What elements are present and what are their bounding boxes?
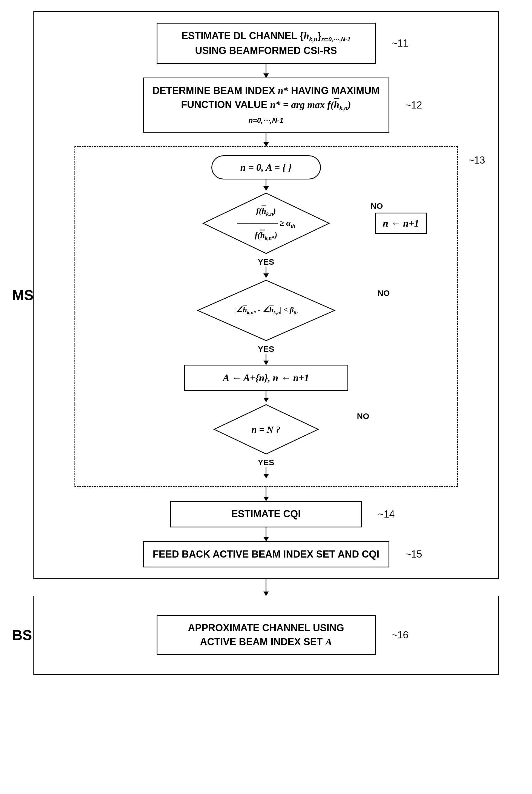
diamond1-row: f(hk,n) ─────── ≥ αth f(hk,n*) NO [89, 190, 443, 256]
arrow-action-d3 [266, 391, 266, 402]
action1-text: A ← A+{n}, n ← n+1 [223, 372, 309, 383]
diamond2-row: |∠hk,n* - ∠hk,n| ≤ βth NO [89, 278, 443, 343]
d2-no-label: NO [378, 289, 390, 298]
loop-inner: n = 0, A = { } [89, 155, 443, 478]
arrow-ms-bs [266, 579, 266, 596]
init-block: n = 0, A = { } [211, 155, 321, 180]
block16-container: APPROXIMATE CHANNEL USING ACTIVE BEAM IN… [157, 615, 376, 655]
n-plus1-text: n ← n+1 [383, 218, 419, 229]
diamond3: n = N ? [211, 402, 321, 457]
diamond3-row: n = N ? NO [89, 402, 443, 457]
arrow-d2-action [266, 354, 266, 365]
block15-container: FEED BACK ACTIVE BEAM INDEX SET AND CQI … [143, 541, 390, 568]
diamond2: |∠hk,n* - ∠hk,n| ≤ βth [195, 278, 337, 343]
d1-no-label: NO [371, 201, 383, 211]
after-d1: YES [89, 256, 443, 278]
arrow-d3-out [266, 467, 266, 478]
diamond3-text: n = N ? [238, 423, 294, 436]
bs-section: BS APPROXIMATE CHANNEL USING ACTIVE BEAM… [33, 596, 499, 675]
after-d3: YES [89, 457, 443, 478]
n-plus1-box: n ← n+1 [375, 213, 427, 234]
block12-container: DETERMINE BEAM INDEX n* HAVING MAXIMUM F… [143, 77, 390, 133]
block14-container: ESTIMATE CQI ~14 [170, 501, 362, 527]
block14-text: ESTIMATE CQI [231, 508, 301, 519]
ref-15: ~15 [405, 549, 422, 560]
block11-container: ESTIMATE DL CHANNEL {hk,n}n=0,⋯,N-1 USIN… [157, 23, 376, 64]
block15: FEED BACK ACTIVE BEAM INDEX SET AND CQI [143, 541, 390, 568]
d3-yes-label: YES [258, 458, 274, 467]
diamond2-text: |∠hk,n* - ∠hk,n| ≤ βth [215, 305, 317, 316]
ms-section: MS ESTIMATE DL CHANNEL {hk,n}n=0,⋯,N-1 U… [33, 11, 499, 579]
action1-block: A ← A+{n}, n ← n+1 [184, 365, 348, 391]
diamond1: f(hk,n) ─────── ≥ αth f(hk,n*) [201, 190, 332, 256]
arrow-14-15 [266, 528, 266, 541]
loop-section: n = 0, A = { } [75, 146, 458, 487]
block11: ESTIMATE DL CHANNEL {hk,n}n=0,⋯,N-1 USIN… [157, 23, 376, 64]
bs-diagram: APPROXIMATE CHANNEL USING ACTIVE BEAM IN… [75, 607, 458, 663]
ref-14: ~14 [378, 509, 395, 520]
action1-container: A ← A+{n}, n ← n+1 [184, 365, 348, 391]
ref-16: ~16 [392, 629, 408, 641]
diamond1-text: f(hk,n) ─────── ≥ αth f(hk,n*) [221, 205, 311, 242]
page: MS ESTIMATE DL CHANNEL {hk,n}n=0,⋯,N-1 U… [33, 11, 499, 675]
block16: APPROXIMATE CHANNEL USING ACTIVE BEAM IN… [157, 615, 376, 655]
inter-section-arrow [33, 579, 499, 596]
after-d2: YES [89, 343, 443, 365]
init-label: n = 0, A = { } [241, 162, 292, 173]
ref-12: ~12 [405, 99, 422, 111]
block12: DETERMINE BEAM INDEX n* HAVING MAXIMUM F… [143, 77, 390, 133]
arrow-d1-d2 [266, 266, 266, 278]
block15-text: FEED BACK ACTIVE BEAM INDEX SET AND CQI [153, 549, 379, 560]
block14: ESTIMATE CQI [170, 501, 362, 527]
d3-no-label: NO [357, 411, 369, 421]
ref-13: ~13 [468, 154, 485, 166]
arrow-init-d1 [266, 180, 266, 190]
ref-11: ~11 [392, 38, 408, 49]
arrow-12-loop [266, 133, 266, 146]
d2-yes-label: YES [258, 345, 274, 354]
loop-dashed-box: n = 0, A = { } [75, 146, 458, 487]
diagram-area: ESTIMATE DL CHANNEL {hk,n}n=0,⋯,N-1 USIN… [75, 23, 458, 568]
arrow-loop-14 [266, 487, 266, 501]
arrow-11-12 [266, 64, 266, 77]
ms-label: MS [12, 287, 34, 303]
bs-label: BS [12, 627, 32, 643]
d1-yes-label: YES [258, 257, 274, 266]
